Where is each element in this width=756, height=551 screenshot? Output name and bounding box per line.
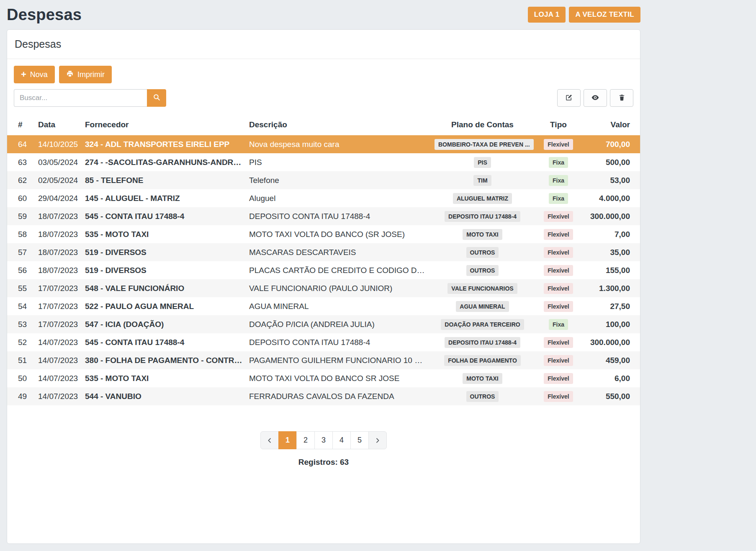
tipo-badge: Flexível (544, 229, 573, 240)
row-id: 60 (7, 189, 35, 207)
company-button[interactable]: A VELOZ TEXTIL (569, 7, 640, 23)
row-date: 29/04/2024 (35, 189, 82, 207)
row-date: 14/10/2025 (35, 135, 82, 153)
row-fornecedor: 145 - ALUGUEL - MATRIZ (82, 189, 246, 207)
view-button[interactable] (584, 89, 607, 107)
table-row[interactable]: 4914/07/2023544 - VANUBIOFERRADURAS CAVA… (7, 387, 640, 405)
row-valor: 1.300,00 (583, 279, 640, 297)
row-plano: DEPOSITO ITAU 17488-4 (431, 333, 534, 351)
row-date: 14/07/2023 (35, 387, 82, 405)
row-fornecedor: 547 - ICIA (DOAÇÃO) (82, 315, 246, 333)
edit-button[interactable] (557, 89, 581, 107)
row-date: 03/05/2024 (35, 153, 82, 171)
row-date: 14/07/2023 (35, 351, 82, 369)
pagination-page-1[interactable]: 1 (278, 431, 297, 449)
row-descricao: AGUA MINERAL (246, 297, 431, 315)
column-header-valor: Valor (583, 116, 640, 135)
table-row[interactable]: 5417/07/2023522 - PAULO AGUA MNERALAGUA … (7, 297, 640, 315)
tipo-badge: Flexível (544, 373, 573, 384)
column-header-descricao: Descrição (246, 116, 431, 135)
tipo-badge: Fixa (549, 319, 568, 330)
tipo-badge: Flexível (544, 301, 573, 312)
row-date: 18/07/2023 (35, 243, 82, 261)
imprimir-button[interactable]: Imprimir (59, 66, 112, 83)
row-valor: 550,00 (583, 387, 640, 405)
table-row[interactable]: 5317/07/2023547 - ICIA (DOAÇÃO)DOAÇÃO P/… (7, 315, 640, 333)
column-header-fornecedor: Fornecedor (82, 116, 246, 135)
row-valor: 700,00 (583, 135, 640, 153)
tipo-badge: Fixa (549, 193, 568, 204)
pagination-page-2[interactable]: 2 (296, 431, 315, 449)
row-tipo: Flexível (534, 279, 583, 297)
tipo-badge: Flexível (544, 337, 573, 348)
plano-badge: VALE FUNCIONARIOS (447, 283, 517, 294)
table-row[interactable]: 6303/05/2024274 - -SACOLITAS-GARANHUNS-A… (7, 153, 640, 171)
row-valor: 6,00 (583, 369, 640, 387)
row-valor: 155,00 (583, 261, 640, 279)
table-row[interactable]: 5918/07/2023545 - CONTA ITAU 17488-4DEPO… (7, 207, 640, 225)
table-row[interactable]: 5517/07/2023548 - VALE FUNCIONÁRIOVALE F… (7, 279, 640, 297)
row-fornecedor: 274 - -SACOLITAS-GARANHUNS-ANDRÉ PH… (82, 153, 246, 171)
table-row[interactable]: 5818/07/2023535 - MOTO TAXIMOTO TAXI VOL… (7, 225, 640, 243)
row-id: 50 (7, 369, 35, 387)
row-tipo: Fixa (534, 189, 583, 207)
row-valor: 300.000,00 (583, 333, 640, 351)
row-fornecedor: 380 - FOLHA DE PAGAMENTO - CONTRA-CH… (82, 351, 246, 369)
top-bar: Despesas LOJA 1 A VELOZ TEXTIL (0, 0, 647, 29)
store-button[interactable]: LOJA 1 (528, 7, 566, 23)
row-plano: PIS (431, 153, 534, 171)
row-valor: 100,00 (583, 315, 640, 333)
row-id: 57 (7, 243, 35, 261)
search-button[interactable] (147, 89, 166, 107)
table-row[interactable]: 5114/07/2023380 - FOLHA DE PAGAMENTO - C… (7, 351, 640, 369)
table-row[interactable]: 6029/04/2024145 - ALUGUEL - MATRIZAlugue… (7, 189, 640, 207)
nova-button[interactable]: + Nova (14, 66, 55, 83)
plano-badge: DOAÇÃO PARA TERCEIRO (441, 319, 524, 330)
table-row[interactable]: 5214/07/2023545 - CONTA ITAU 17488-4DEPO… (7, 333, 640, 351)
plano-badge: TIM (473, 175, 491, 186)
search-input[interactable] (14, 89, 147, 107)
row-tipo: Fixa (534, 315, 583, 333)
tipo-badge: Flexível (544, 139, 573, 150)
tipo-badge: Flexível (544, 211, 573, 222)
trash-icon (618, 94, 625, 102)
pagination: 12345 (260, 431, 387, 449)
pagination-prev[interactable] (260, 431, 279, 449)
row-valor: 300.000,00 (583, 207, 640, 225)
row-tipo: Flexível (534, 261, 583, 279)
plano-badge: PIS (474, 157, 491, 168)
pagination-next[interactable] (368, 431, 387, 449)
row-plano: MOTO TAXI (431, 369, 534, 387)
table-row[interactable]: 6202/05/202485 - TELEFONETelefoneTIMFixa… (7, 171, 640, 189)
top-actions: LOJA 1 A VELOZ TEXTIL (528, 7, 640, 23)
imprimir-button-label: Imprimir (77, 70, 105, 79)
panel-body: + Nova Imprimir (7, 59, 640, 474)
delete-button[interactable] (610, 89, 633, 107)
row-plano: OUTROS (431, 261, 534, 279)
pagination-page-4[interactable]: 4 (332, 431, 351, 449)
plano-badge: FOLHA DE PAGAMENTO (444, 355, 521, 366)
table-row[interactable]: 5618/07/2023519 - DIVERSOSPLACAS CARTÃO … (7, 261, 640, 279)
row-plano: DOAÇÃO PARA TERCEIRO (431, 315, 534, 333)
table-row[interactable]: 5014/07/2023535 - MOTO TAXIMOTO TAXI VOL… (7, 369, 640, 387)
row-tipo: Flexível (534, 369, 583, 387)
pagination-page-3[interactable]: 3 (314, 431, 333, 449)
tipo-badge: Flexível (544, 247, 573, 258)
table-row[interactable]: 5718/07/2023519 - DIVERSOSMASCARAS DESCA… (7, 243, 640, 261)
search-group (14, 89, 166, 107)
row-plano: AGUA MINERAL (431, 297, 534, 315)
pagination-page-5[interactable]: 5 (350, 431, 369, 449)
row-plano: VALE FUNCIONARIOS (431, 279, 534, 297)
search-icon (153, 93, 161, 103)
row-descricao: MOTO TAXI VOLTA DO BANCO SR JOSE (246, 369, 431, 387)
row-descricao: PAGAMENTO GUILHERM FUNCIONARIO 10 DIAS (246, 351, 431, 369)
row-id: 51 (7, 351, 35, 369)
row-tipo: Flexível (534, 297, 583, 315)
row-valor: 53,00 (583, 171, 640, 189)
row-action-buttons (557, 89, 633, 107)
table-row[interactable]: 6414/10/2025324 - ADL TRANSPORTES EIRELI… (7, 135, 640, 153)
row-descricao: DOAÇÃO P/ICIA (ANDREIA JULIA) (246, 315, 431, 333)
nova-button-label: Nova (30, 70, 48, 79)
tipo-badge: Fixa (549, 157, 568, 168)
row-descricao: FERRADURAS CAVALOS DA FAZENDA (246, 387, 431, 405)
